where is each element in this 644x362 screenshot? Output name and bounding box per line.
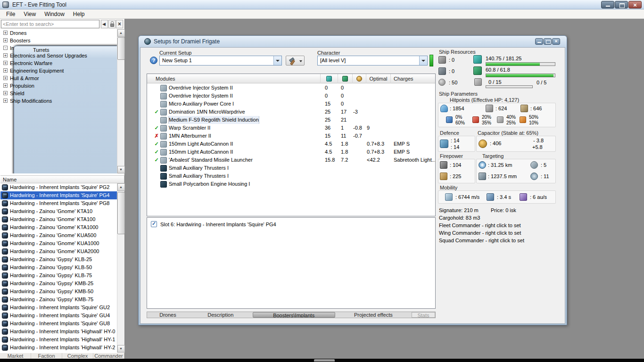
- implant-list-item[interactable]: Hardwiring - Zainou 'Gnome' KTA10: [0, 207, 117, 215]
- module-row[interactable]: ✓ 150mm Light AutoCannon II 4.5 1.8 0.7+…: [147, 148, 435, 156]
- scrollbar-thumb[interactable]: [117, 37, 125, 60]
- menu-item[interactable]: View: [19, 9, 40, 19]
- module-row[interactable]: Overdrive Injector System II 0 0: [147, 84, 435, 92]
- taskbar-notch[interactable]: [314, 359, 335, 362]
- tree-item[interactable]: + Ship Modifications: [0, 97, 117, 105]
- clear-search-button[interactable]: [116, 20, 123, 28]
- tree-expander-icon[interactable]: +: [3, 53, 8, 58]
- minimize-button[interactable]: [601, 1, 614, 8]
- implant-list-item[interactable]: Hardwiring - Zainou 'Gnome' KTA1000: [0, 223, 117, 231]
- module-row[interactable]: Overdrive Injector System II 0 0: [147, 92, 435, 100]
- titlebar[interactable]: EFT - Eve Fitting Tool: [0, 0, 644, 9]
- list-scrollbar[interactable]: [117, 183, 124, 353]
- menu-item[interactable]: Window: [40, 9, 69, 19]
- implant-list-item[interactable]: Hardwiring - Zainou 'Gypsy' KMB-25: [0, 280, 117, 288]
- implant-list-item[interactable]: Hardwiring - Inherent Implants 'Squire' …: [0, 320, 117, 328]
- tree-item[interactable]: + Hull & Armor: [0, 74, 117, 82]
- implant-list-item[interactable]: Hardwiring - Zainou 'Gypsy' KLB-75: [0, 272, 117, 280]
- name-column-header[interactable]: Name: [0, 175, 124, 183]
- tree-expander-icon[interactable]: +: [3, 99, 8, 103]
- implant-list-item[interactable]: Hardwiring - Inherent Implants 'Highwall…: [0, 336, 117, 344]
- module-row[interactable]: ✓ Domination 1MN MicroWarpdrive 25 17 -3: [147, 108, 435, 116]
- view-tab[interactable]: Drones: [147, 312, 189, 318]
- implant-list-item[interactable]: Hardwiring - Zainou 'Gnome' KTA100: [0, 215, 117, 223]
- category-tab[interactable]: Market: [0, 353, 31, 359]
- help-icon[interactable]: [150, 57, 157, 64]
- tree-item[interactable]: + Engineering Equipment: [0, 67, 117, 74]
- tree-item[interactable]: + Shield: [0, 90, 117, 97]
- implant-list-item[interactable]: Hardwiring - Zainou 'Gypsy' KMB-75: [0, 296, 117, 304]
- scroll-down-icon[interactable]: [117, 166, 125, 173]
- combo-d0-dropdown-icon[interactable]: [273, 56, 281, 65]
- scroll-down-icon[interactable]: [117, 345, 125, 353]
- optimal-column-header[interactable]: Optimal: [366, 74, 391, 83]
- tree-item[interactable]: + Drones: [0, 29, 117, 37]
- module-row[interactable]: ✗ 1MN Afterburner II 15 11 -0.7: [147, 132, 435, 140]
- tree-expander-icon[interactable]: +: [3, 83, 8, 88]
- child-minimize-button[interactable]: [535, 38, 543, 45]
- tree-expander-icon[interactable]: +: [3, 76, 8, 80]
- implant-list-item[interactable]: Hardwiring - Inherent Implants 'Squire' …: [0, 183, 117, 191]
- character-combo[interactable]: [All level V]: [317, 56, 428, 66]
- tree-expander-icon[interactable]: +: [3, 91, 8, 95]
- implant-list-item[interactable]: Hardwiring - Inherent Implants 'Squire' …: [0, 191, 117, 199]
- implant-list-item[interactable]: Hardwiring - Inherent Implants 'Squire' …: [0, 199, 117, 207]
- module-row[interactable]: Small Auxiliary Thrusters I: [147, 164, 435, 172]
- fleet-commander-text[interactable]: Fleet Commander - right click to set: [439, 222, 521, 228]
- menu-item[interactable]: Help: [69, 9, 89, 19]
- powergrid-column-header[interactable]: [338, 74, 353, 83]
- setup-combo[interactable]: New Setup 1: [159, 56, 282, 66]
- child-maximize-button[interactable]: [544, 38, 552, 45]
- cpu-column-header[interactable]: [321, 74, 338, 83]
- charges-column-header[interactable]: Charges: [391, 74, 435, 83]
- tree-item[interactable]: + Electronic Warfare: [0, 59, 117, 67]
- scroll-up-icon[interactable]: [117, 29, 125, 37]
- close-button[interactable]: [628, 1, 642, 8]
- scroll-up-icon[interactable]: [117, 183, 125, 191]
- maximize-button[interactable]: [615, 1, 628, 8]
- implant-list-item[interactable]: Hardwiring - Zainou 'Gnome' KUA2000: [0, 247, 117, 255]
- view-tab[interactable]: Description: [189, 312, 253, 318]
- search-input[interactable]: [1, 20, 99, 28]
- module-row[interactable]: ✓ Warp Scrambler II 36 1 -0.8 9: [147, 124, 435, 132]
- implant-list-item[interactable]: Hardwiring - Inherent Implants 'Squire' …: [0, 304, 117, 312]
- implant-list-item[interactable]: Hardwiring - Zainou 'Gnome' KUA1000: [0, 239, 117, 247]
- category-tab[interactable]: Faction: [31, 353, 62, 359]
- lock-button[interactable]: [108, 20, 116, 28]
- category-tab[interactable]: Complex: [62, 353, 93, 359]
- category-tab[interactable]: Commander: [93, 353, 124, 359]
- module-row[interactable]: Micro Auxiliary Power Core I 15 0: [147, 100, 435, 108]
- modules-column-header[interactable]: Modules: [147, 74, 321, 83]
- implant-list-item[interactable]: Hardwiring - Inherent Implants 'Highwall…: [0, 344, 117, 352]
- menu-item[interactable]: File: [2, 9, 19, 19]
- implant-list-item[interactable]: Hardwiring - Zainou 'Gnome' KUA500: [0, 231, 117, 239]
- tree-expander-icon[interactable]: +: [3, 31, 8, 35]
- slot-checkbox-checked-icon[interactable]: [151, 221, 157, 227]
- tree-expander-icon[interactable]: +: [3, 38, 8, 42]
- combo-d1-dropdown-icon[interactable]: [419, 56, 427, 65]
- setup-tools-button[interactable]: [286, 56, 305, 66]
- tree-scrollbar[interactable]: [117, 29, 124, 173]
- implant-list-item[interactable]: Hardwiring - Zainou 'Gypsy' KLB-25: [0, 255, 117, 263]
- module-row[interactable]: Small Polycarbon Engine Housing I: [147, 180, 435, 188]
- view-tab[interactable]: Projected effects: [335, 312, 412, 318]
- module-row[interactable]: ✓ 150mm Light AutoCannon II 4.5 1.8 0.7+…: [147, 140, 435, 148]
- module-row[interactable]: Medium F-S9 Regolith Shield Induction 25…: [147, 116, 435, 124]
- tree-expander-icon[interactable]: +: [3, 61, 8, 65]
- capacitor-column-header[interactable]: [353, 74, 366, 83]
- tree-expander-icon[interactable]: +: [3, 68, 8, 73]
- view-tab[interactable]: Stats: [412, 312, 435, 318]
- tree-expander-icon[interactable]: -: [3, 46, 8, 50]
- implant-list-item[interactable]: Hardwiring - Zainou 'Gypsy' KMB-50: [0, 288, 117, 296]
- module-row[interactable]: Small Auxiliary Thrusters I: [147, 172, 435, 180]
- module-row[interactable]: ✓ 'Arbalest' Standard Missile Launcher 1…: [147, 156, 435, 164]
- scrollbar-thumb[interactable]: [117, 192, 125, 234]
- back-button[interactable]: [101, 20, 108, 28]
- squad-commander-text[interactable]: Squad Commander - right click to set: [439, 238, 524, 243]
- view-tab[interactable]: Boosters\Implants: [253, 312, 335, 318]
- implant-list-item[interactable]: Hardwiring - Zainou 'Gypsy' KLB-50: [0, 263, 117, 272]
- tree-item[interactable]: + Electronics and Sensor Upgrades: [0, 52, 117, 59]
- tree-item[interactable]: + Boosters: [0, 37, 117, 44]
- wing-commander-text[interactable]: Wing Commander - right click to set: [439, 230, 521, 236]
- tree-item[interactable]: + Propulsion: [0, 82, 117, 90]
